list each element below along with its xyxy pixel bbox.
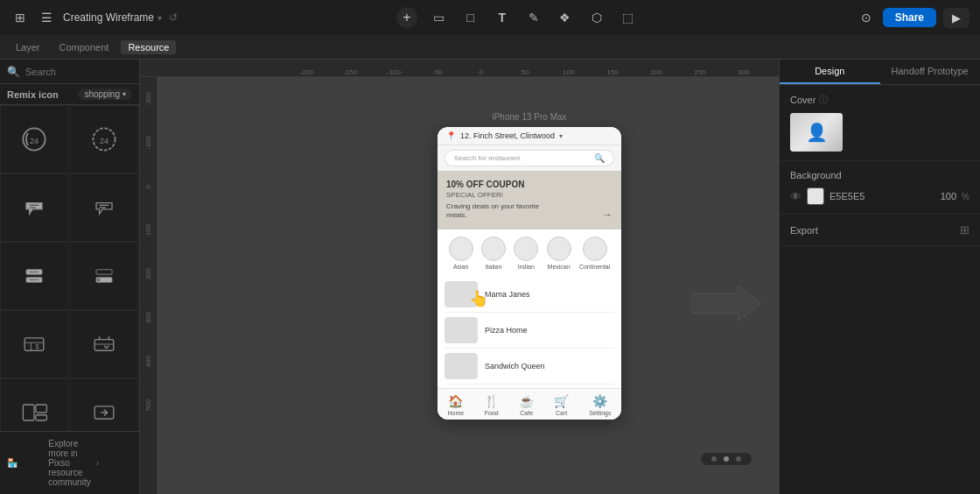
canvas-inner: iPhone 13 Pro Max 📍 12. Finch Street, Cl…	[158, 77, 779, 494]
category-mexican[interactable]: Mexican	[547, 236, 571, 270]
cat-label: Italian	[486, 264, 502, 270]
category-asian[interactable]: Asian	[449, 236, 473, 270]
search-input[interactable]	[25, 67, 146, 77]
restaurant-item-1[interactable]: Mama Janes 👆	[444, 277, 614, 313]
restaurant-item-3[interactable]: Sandwich Queen	[444, 349, 614, 385]
component-icon[interactable]: ❖	[556, 8, 575, 27]
ruler-mark: 350	[766, 68, 779, 76]
ruler-mark-v: 300	[140, 296, 157, 340]
export-label: Export	[790, 225, 818, 236]
text-icon[interactable]: T	[493, 8, 512, 27]
color-swatch[interactable]	[807, 187, 824, 205]
present-icon[interactable]: ⊙	[857, 8, 876, 27]
search-placeholder: Search for restaurant	[454, 154, 520, 162]
grid-icon[interactable]: ⊞	[10, 8, 30, 27]
export-settings-icon[interactable]: ⊞	[960, 223, 970, 236]
tab-component[interactable]: Component	[52, 40, 116, 54]
canvas-content[interactable]: iPhone 13 Pro Max 📍 12. Finch Street, Cl…	[158, 77, 779, 494]
ruler-mark-v: -200	[140, 77, 157, 121]
category-continental[interactable]: Continental	[579, 236, 610, 270]
shape-icon[interactable]: □	[461, 8, 480, 27]
ph1-banner-arrow: →	[602, 208, 612, 221]
nav-settings[interactable]: ⚙️ Settings	[589, 394, 611, 416]
group-icon[interactable]: ⬡	[587, 8, 606, 27]
toolbar-center: + ▭ □ T ✎ ❖ ⬡ ⬚	[186, 7, 848, 28]
food-icon: 🍴	[484, 394, 499, 408]
menu-icon[interactable]: ☰	[37, 8, 56, 27]
bg-label: Background	[790, 170, 842, 180]
ruler-mark: 100	[547, 68, 591, 76]
svg-point-14	[96, 279, 100, 282]
info-icon: ⓘ	[819, 94, 828, 106]
rest-name: Sandwich Queen	[485, 362, 545, 370]
category-indian[interactable]: Indian	[514, 236, 538, 270]
share-button[interactable]: Share	[883, 8, 936, 27]
app-title: Creating Wireframe ▾ ↺	[63, 11, 178, 24]
percent-label: %	[962, 192, 970, 201]
tab-layer[interactable]: Layer	[9, 40, 47, 54]
bottom-dot-2	[724, 456, 729, 462]
icon-cell-5[interactable]	[0, 242, 68, 310]
ruler-mark-v: 400	[140, 340, 157, 384]
frame-icon[interactable]: ▭	[430, 8, 449, 27]
nav-home[interactable]: 🏠 Home	[448, 394, 465, 416]
ruler-mark: 250	[678, 68, 722, 76]
slice-icon[interactable]: ⬚	[619, 8, 638, 27]
cover-label: Cover	[790, 95, 816, 105]
add-button[interactable]: +	[396, 7, 417, 28]
ph1-restaurants: Mama Janes 👆 Pizza Home Sandwich Queen	[438, 277, 621, 388]
nav-cafe[interactable]: ☕ Cafe	[519, 394, 534, 416]
chevron-icon: ▾	[559, 132, 563, 140]
right-panel: Design Handoff Prototype Cover ⓘ 👤 Backg…	[779, 60, 980, 494]
icon-cell-2[interactable]: 24	[70, 105, 138, 173]
svg-rect-15	[24, 338, 44, 350]
icon-cell-8[interactable]	[70, 310, 138, 378]
icon-cell-9[interactable]	[0, 378, 68, 431]
phone1-wrapper: iPhone 13 Pro Max 📍 12. Finch Street, Cl…	[438, 112, 621, 420]
nav-cart[interactable]: 🛒 Cart	[554, 394, 569, 416]
svg-rect-22	[36, 405, 47, 413]
top-toolbar: ⊞ ☰ Creating Wireframe ▾ ↺ + ▭ □ T ✎ ❖ ⬡…	[0, 0, 980, 35]
cat-label: Mexican	[548, 264, 570, 270]
icon-cell-10[interactable]	[70, 378, 138, 431]
tab-design[interactable]: Design	[780, 60, 880, 84]
save-icon[interactable]: ↺	[169, 11, 178, 24]
bottom-bar	[701, 453, 752, 465]
icon-cell-1[interactable]: 24	[0, 105, 68, 173]
icon-cell-3[interactable]	[0, 173, 68, 242]
ruler-mark: 0	[459, 68, 503, 76]
icon-grid: 24 24	[0, 105, 139, 431]
tab-resource[interactable]: Resource	[121, 40, 176, 54]
nav-label: Settings	[589, 410, 611, 416]
nav-food[interactable]: 🍴 Food	[484, 394, 499, 416]
ruler-mark: 50	[503, 68, 547, 76]
ph1-categories: Asian Italian Indian	[438, 229, 621, 277]
nav-label: Food	[485, 410, 499, 416]
canvas-area[interactable]: -200 -150 -100 -50 0 50 100 150 200 250 …	[140, 60, 779, 494]
rest-name: Mama Janes	[485, 290, 530, 299]
phones-container: iPhone 13 Pro Max 📍 12. Finch Street, Cl…	[175, 112, 779, 442]
bottom-dot-3	[736, 456, 741, 462]
category-italian[interactable]: Italian	[481, 236, 506, 270]
play-button[interactable]: ▶	[943, 8, 970, 28]
icon-cell-6[interactable]	[70, 242, 138, 310]
icon-cell-7[interactable]: $	[0, 310, 68, 378]
home-icon: 🏠	[448, 394, 463, 408]
cat-label: Asian	[453, 264, 469, 270]
svg-rect-19	[94, 340, 114, 351]
explore-more[interactable]: 🏪 Explore more in Pixso resource communi…	[0, 431, 139, 494]
svg-rect-21	[23, 405, 34, 420]
ruler-mark: -150	[328, 68, 372, 76]
ruler-mark: -100	[372, 68, 416, 76]
dropdown-icon[interactable]: ▾	[158, 13, 162, 23]
nav-label: Cart	[556, 410, 567, 416]
eye-icon[interactable]: 👁	[790, 190, 802, 203]
icon-cell-4[interactable]	[70, 173, 138, 242]
pen-icon[interactable]: ✎	[524, 8, 543, 27]
ruler-mark: -200	[284, 68, 328, 76]
shopping-tag[interactable]: shopping ▾	[78, 88, 132, 100]
restaurant-item-2[interactable]: Pizza Home	[444, 313, 614, 349]
ph1-search-input[interactable]: Search for restaurant 🔍	[444, 150, 614, 166]
tab-handoff[interactable]: Handoff Prototype	[880, 60, 981, 84]
bg-row: 👁 E5E5E5 100 %	[790, 187, 970, 205]
